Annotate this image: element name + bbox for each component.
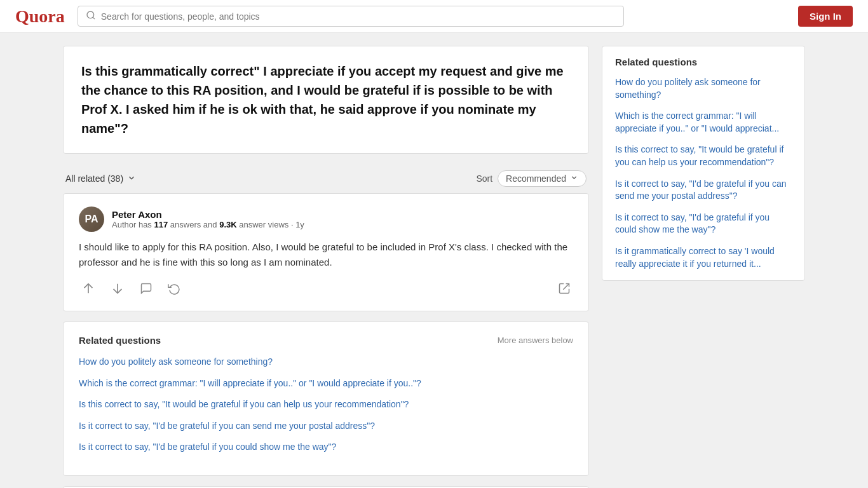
- search-input[interactable]: [101, 11, 616, 22]
- author-name-peter[interactable]: Peter Axon: [112, 209, 304, 220]
- related-inner-header: Related questions More answers below: [79, 335, 573, 346]
- main-layout: Is this grammatically correct" I appreci…: [53, 33, 815, 488]
- sidebar-link-5[interactable]: Is it grammatically correct to say 'I wo…: [615, 245, 792, 270]
- search-bar[interactable]: [78, 6, 624, 27]
- action-row-peter: [79, 279, 573, 298]
- all-related-label: All related (38): [65, 173, 123, 184]
- sort-area: Sort Recommended: [476, 170, 587, 187]
- svg-point-0: [87, 11, 94, 18]
- related-link-inline-1[interactable]: Which is the correct grammar: "I will ap…: [79, 377, 573, 390]
- search-icon: [86, 10, 96, 22]
- share-button-peter[interactable]: [555, 280, 573, 297]
- sidebar: Related questions How do you politely as…: [602, 46, 805, 488]
- sort-dropdown[interactable]: Recommended: [498, 170, 587, 187]
- sidebar-link-0[interactable]: How do you politely ask someone for some…: [615, 76, 792, 101]
- author-row-peter: PA Peter Axon Author has 117 answers and…: [79, 207, 573, 232]
- related-link-inline-2[interactable]: Is this correct to say, "It would be gra…: [79, 398, 573, 411]
- sign-in-button[interactable]: Sign In: [798, 6, 853, 27]
- comment-button-peter[interactable]: [137, 280, 155, 297]
- sidebar-card: Related questions How do you politely as…: [602, 46, 805, 281]
- sidebar-link-3[interactable]: Is it correct to say, "I'd be grateful i…: [615, 178, 792, 203]
- more-answers-label: More answers below: [498, 336, 573, 345]
- related-link-inline-4[interactable]: Is it correct to say, "I'd be grateful i…: [79, 441, 573, 454]
- all-related-dropdown[interactable]: All related (38): [65, 173, 136, 184]
- related-link-inline-3[interactable]: Is it correct to say, "I'd be grateful i…: [79, 420, 573, 433]
- upvote-button-peter[interactable]: [79, 279, 98, 298]
- sidebar-link-2[interactable]: Is this correct to say, "It would be gra…: [615, 144, 792, 168]
- related-inner-title: Related questions: [79, 335, 161, 346]
- chevron-down-icon: [127, 173, 136, 184]
- header: Quora Sign In: [0, 0, 868, 33]
- refresh-button-peter[interactable]: [165, 280, 183, 297]
- question-title: Is this grammatically correct" I appreci…: [81, 62, 571, 138]
- sidebar-title: Related questions: [615, 57, 792, 67]
- sort-value: Recommended: [506, 173, 566, 184]
- question-box: Is this grammatically correct" I appreci…: [63, 46, 589, 154]
- content-area: Is this grammatically correct" I appreci…: [63, 46, 589, 488]
- svg-line-1: [93, 17, 95, 19]
- sort-label: Sort: [476, 173, 492, 184]
- author-meta-peter: Author has 117 answers and 9.3K answer v…: [112, 220, 304, 229]
- answer-text-peter: I should like to apply for this RA posit…: [79, 240, 573, 270]
- downvote-button-peter[interactable]: [108, 279, 127, 298]
- quora-logo[interactable]: Quora: [15, 6, 65, 27]
- answer-card-peter: PA Peter Axon Author has 117 answers and…: [63, 193, 589, 311]
- sidebar-link-4[interactable]: Is it correct to say, "I'd be grateful i…: [615, 212, 792, 236]
- avatar-peter: PA: [79, 207, 104, 232]
- filter-bar: All related (38) Sort Recommended: [63, 164, 589, 193]
- related-link-inline-0[interactable]: How do you politely ask someone for some…: [79, 356, 573, 369]
- author-info-peter: Peter Axon Author has 117 answers and 9.…: [112, 209, 304, 229]
- sort-chevron-icon: [570, 173, 578, 184]
- avatar-image-peter: PA: [79, 207, 104, 232]
- related-questions-inline: Related questions More answers below How…: [63, 322, 589, 476]
- sidebar-link-1[interactable]: Which is the correct grammar: "I will ap…: [615, 110, 792, 135]
